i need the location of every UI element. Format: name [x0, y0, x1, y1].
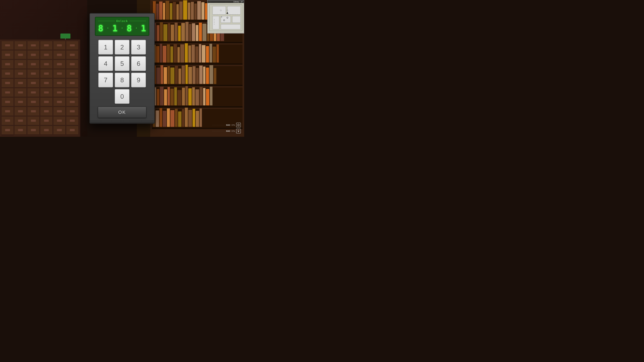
- svg-point-17: [229, 14, 230, 15]
- display-digits: 8 · 1 · 8 · 1: [98, 24, 146, 33]
- book: [170, 46, 173, 62]
- drawer-item: [53, 97, 66, 106]
- key-3-button[interactable]: 3: [131, 40, 146, 55]
- drawer-item: [1, 135, 14, 135]
- minimap-title: Library - 1F: [208, 0, 244, 3]
- dot: ·: [218, 124, 218, 126]
- drawer-item: [53, 79, 66, 87]
- book: [188, 45, 191, 62]
- book: [196, 89, 199, 105]
- bg-left: [0, 0, 87, 137]
- drawer-item: [1, 126, 14, 135]
- book: [178, 47, 180, 62]
- drawer-item: [53, 69, 66, 78]
- book: [200, 87, 202, 105]
- dot: ·: [214, 124, 214, 126]
- drawer-item: [27, 60, 40, 68]
- book: [186, 86, 188, 105]
- drawer-item: [1, 97, 14, 106]
- book: [168, 87, 170, 105]
- book: [160, 44, 162, 62]
- key-1-button[interactable]: 1: [98, 40, 113, 55]
- shelf-row: [152, 66, 242, 86]
- drawer-item: [27, 50, 40, 59]
- drawer-item: [40, 79, 52, 87]
- book: [188, 67, 192, 84]
- dot: ·: [213, 124, 213, 126]
- drawer-item: [1, 116, 14, 125]
- drawer-item: [40, 41, 52, 50]
- dot: ·: [216, 130, 216, 132]
- dot: ·: [219, 124, 219, 126]
- key-4-button[interactable]: 4: [98, 56, 113, 71]
- book: [214, 68, 216, 84]
- book: [159, 1, 162, 19]
- drawer-item: [14, 79, 27, 87]
- key-2-button[interactable]: 2: [115, 40, 130, 55]
- dot: ·: [222, 130, 222, 132]
- book: [173, 2, 176, 19]
- drawer-item: [53, 60, 66, 68]
- dot: ·: [221, 124, 221, 126]
- dot: ·: [212, 124, 213, 126]
- drawer-item: [14, 97, 27, 106]
- svg-point-15: [217, 14, 218, 15]
- key-5-button[interactable]: 5: [115, 56, 130, 71]
- drawer-item: [40, 116, 52, 125]
- keypad-dialog: Unlock 8 · 1 · 8 · 1 1 2 3 4 5 6 7 8 9 0: [90, 13, 155, 124]
- book: [196, 25, 198, 41]
- key-6-button[interactable]: 6: [131, 56, 146, 71]
- drawer-item: [66, 97, 78, 106]
- dot: ·: [224, 124, 225, 126]
- hud-icon-1: [236, 123, 241, 127]
- drawer-item: [14, 50, 27, 59]
- book: [167, 44, 170, 62]
- drawer-item: [1, 79, 14, 87]
- drawer-item: [14, 60, 27, 68]
- drawer-item: [53, 88, 66, 97]
- dot: ·: [213, 130, 213, 132]
- book: [163, 3, 165, 19]
- key-7-button[interactable]: 7: [98, 73, 113, 87]
- book: [188, 88, 192, 105]
- display-title: Unlock: [98, 19, 146, 23]
- hud-icon-2: [236, 129, 241, 133]
- dot: ·: [220, 130, 220, 132]
- drawer-item: [14, 88, 27, 97]
- drawer-item: [27, 116, 40, 125]
- key-8-button[interactable]: 8: [115, 73, 130, 87]
- book: [174, 87, 177, 105]
- book: [171, 25, 174, 41]
- dot: ·: [224, 124, 224, 126]
- book: [160, 87, 164, 105]
- book: [164, 89, 167, 105]
- book: [178, 111, 182, 127]
- ok-button[interactable]: OK: [98, 107, 146, 118]
- book: [182, 88, 185, 105]
- drawer-item: [40, 97, 52, 106]
- key-9-button[interactable]: 9: [131, 73, 146, 87]
- book: [186, 22, 188, 41]
- svg-rect-5: [232, 16, 240, 23]
- svg-point-13: [214, 14, 215, 15]
- svg-point-19: [232, 14, 232, 15]
- book: [203, 66, 206, 84]
- drawer-item: [1, 69, 14, 78]
- book: [167, 108, 170, 127]
- book: [188, 110, 192, 127]
- book: [174, 23, 178, 41]
- svg-point-26: [214, 24, 215, 25]
- book: [192, 87, 195, 105]
- svg-point-14: [216, 14, 216, 15]
- dot: ·: [222, 130, 222, 132]
- drawer-item: [53, 116, 66, 125]
- book: [160, 108, 162, 127]
- book: [192, 45, 195, 62]
- hud-percent-1: 0 %: [232, 124, 235, 126]
- book: [197, 1, 201, 19]
- drawer-item: [53, 41, 66, 50]
- key-0-button[interactable]: 0: [115, 89, 130, 104]
- dot: ·: [215, 130, 216, 132]
- book: [179, 1, 183, 19]
- keypad-row-1: 1 2 3: [98, 40, 146, 55]
